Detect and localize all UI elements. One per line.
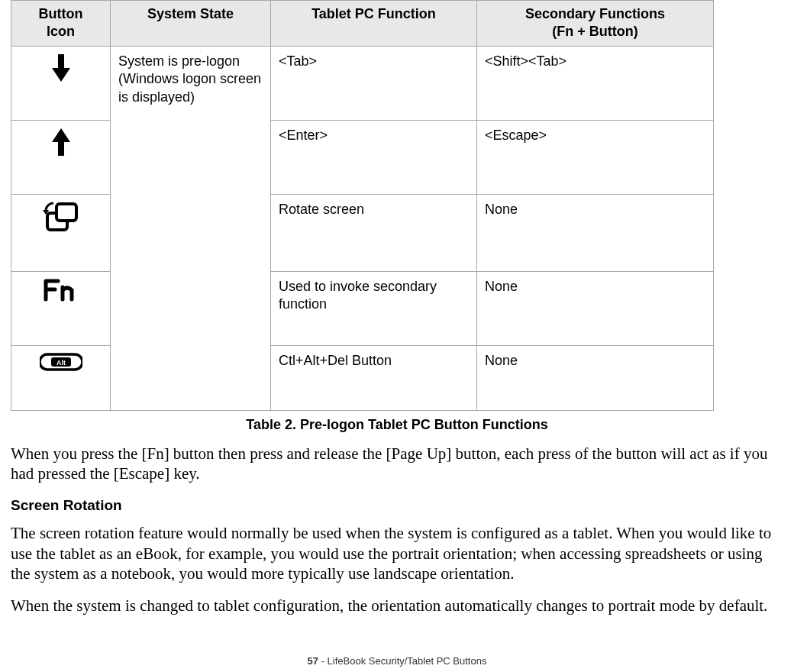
fn-icon xyxy=(43,278,79,302)
text: Button xyxy=(39,6,83,21)
function-cell: Rotate screen xyxy=(271,194,477,271)
up-arrow-icon xyxy=(50,127,72,157)
svg-rect-5 xyxy=(56,204,76,221)
paragraph-screen-rotation-2: When the system is changed to tablet con… xyxy=(11,596,783,615)
svg-rect-0 xyxy=(58,54,64,68)
svg-marker-2 xyxy=(52,128,70,142)
footer-title: LifeBook Security/Tablet PC Buttons xyxy=(328,655,487,667)
rotate-screen-icon xyxy=(43,201,79,233)
text: (Fn + Button) xyxy=(552,24,637,39)
svg-text:Alt: Alt xyxy=(56,358,66,366)
document-page: Button Icon System State Tablet PC Funct… xyxy=(0,0,794,667)
header-secondary-functions: Secondary Functions (Fn + Button) xyxy=(477,1,714,47)
header-system-state: System State xyxy=(111,1,271,47)
table-caption: Table 2. Pre-logon Tablet PC Button Func… xyxy=(0,417,794,433)
icon-cell-up-arrow xyxy=(11,120,111,194)
table-row: System is pre-logon (Windows logon scree… xyxy=(11,46,714,120)
footer-sep: - xyxy=(318,655,328,667)
heading-screen-rotation: Screen Rotation xyxy=(11,497,783,514)
button-functions-table: Button Icon System State Tablet PC Funct… xyxy=(11,0,714,411)
paragraph-fn-escape: When you press the [Fn] button then pres… xyxy=(11,444,783,484)
page-footer: 57 - LifeBook Security/Tablet PC Buttons xyxy=(0,655,794,667)
function-cell: Used to invoke secondary function xyxy=(271,271,477,345)
icon-cell-fn xyxy=(11,271,111,345)
down-arrow-icon xyxy=(50,53,72,83)
icon-cell-ctrl-alt-del: Alt xyxy=(11,345,111,410)
svg-marker-1 xyxy=(52,68,70,82)
page-number: 57 xyxy=(308,655,318,667)
secondary-cell: None xyxy=(477,194,714,271)
function-cell: <Tab> xyxy=(271,46,477,120)
text: Icon xyxy=(47,24,75,39)
function-cell: Ctl+Alt+Del Button xyxy=(271,345,477,410)
header-button-icon: Button Icon xyxy=(11,1,111,47)
header-tablet-pc-function: Tablet PC Function xyxy=(271,1,477,47)
ctrl-alt-del-icon: Alt xyxy=(40,352,82,372)
system-state-cell: System is pre-logon (Windows logon scree… xyxy=(111,46,271,410)
secondary-cell: None xyxy=(477,271,714,345)
secondary-cell: <Escape> xyxy=(477,120,714,194)
secondary-cell: None xyxy=(477,345,714,410)
icon-cell-down-arrow xyxy=(11,46,111,120)
function-cell: <Enter> xyxy=(271,120,477,194)
secondary-cell: <Shift><Tab> xyxy=(477,46,714,120)
svg-rect-3 xyxy=(58,142,64,156)
table-header-row: Button Icon System State Tablet PC Funct… xyxy=(11,1,714,47)
icon-cell-rotate xyxy=(11,194,111,271)
text: Secondary Functions xyxy=(525,6,665,21)
paragraph-screen-rotation-1: The screen rotation feature would normal… xyxy=(11,523,783,583)
